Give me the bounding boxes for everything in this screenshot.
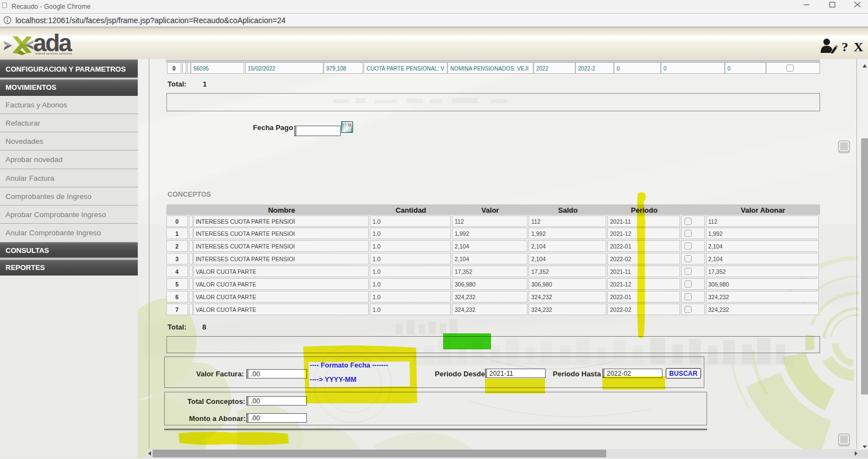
svg-text:?: ? [842,40,848,54]
svg-text:shared services solutions: shared services solutions [35,52,72,55]
svg-text:X: X [854,40,864,54]
